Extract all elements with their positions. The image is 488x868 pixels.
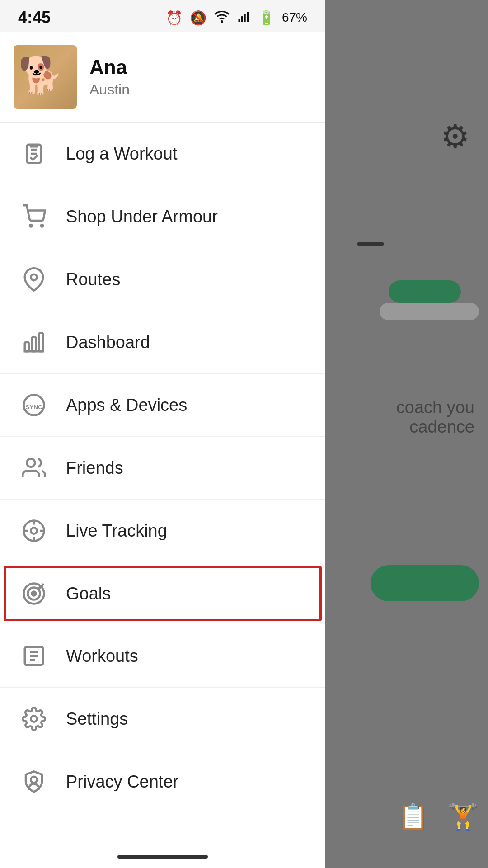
bg-dumbbell-icon: 🏋 bbox=[447, 802, 479, 832]
svg-text:SYNC: SYNC bbox=[25, 404, 42, 410]
home-bar bbox=[117, 855, 208, 859]
profile-info: Ana Austin bbox=[89, 56, 130, 98]
bg-gear-icon: ⚙ bbox=[441, 118, 470, 156]
privacy-center-label: Privacy Center bbox=[66, 772, 178, 792]
battery-icon: 🔋 bbox=[258, 10, 275, 26]
apps-devices-label: Apps & Devices bbox=[66, 396, 187, 415]
signal-icon bbox=[237, 8, 251, 28]
status-time: 4:45 bbox=[18, 8, 51, 27]
profile-name: Ana bbox=[89, 56, 130, 79]
gear-icon bbox=[18, 703, 50, 735]
friends-label: Friends bbox=[66, 458, 123, 478]
alarm-icon: ⏰ bbox=[166, 10, 183, 26]
target-icon bbox=[18, 578, 50, 609]
notification-mute-icon: 🔕 bbox=[190, 10, 206, 26]
svg-rect-4 bbox=[247, 12, 249, 22]
menu-item-live-tracking[interactable]: Live Tracking bbox=[0, 500, 325, 562]
live-track-icon bbox=[18, 515, 50, 547]
bg-bottom-icons: 📋 🏋 bbox=[398, 802, 479, 832]
svg-rect-2 bbox=[241, 16, 243, 22]
shield-person-icon bbox=[18, 766, 50, 797]
sync-icon: SYNC bbox=[18, 389, 50, 421]
bg-coach-text: coach you cadence bbox=[396, 398, 474, 437]
clipboard-edit-icon bbox=[18, 138, 50, 170]
shop-label: Shop Under Armour bbox=[66, 207, 218, 226]
svg-point-32 bbox=[31, 777, 37, 783]
goals-highlight-border bbox=[4, 566, 322, 621]
menu-item-routes[interactable]: Routes bbox=[0, 248, 325, 311]
workouts-label: Workouts bbox=[66, 646, 138, 666]
location-pin-icon bbox=[18, 264, 50, 295]
svg-point-9 bbox=[41, 225, 43, 227]
svg-point-17 bbox=[27, 459, 35, 467]
status-icons: ⏰ 🔕 🔋 bbox=[166, 8, 307, 28]
cart-icon bbox=[18, 201, 50, 232]
svg-point-0 bbox=[221, 21, 222, 22]
people-icon bbox=[18, 452, 50, 484]
svg-rect-13 bbox=[39, 333, 43, 352]
svg-rect-3 bbox=[244, 14, 246, 22]
battery-percent: 67% bbox=[282, 10, 307, 25]
home-indicator bbox=[0, 845, 325, 868]
bg-green-bar-top bbox=[389, 280, 461, 303]
bg-clipboard-icon: 📋 bbox=[398, 802, 429, 832]
svg-point-10 bbox=[31, 274, 37, 281]
svg-point-8 bbox=[30, 225, 32, 227]
svg-point-26 bbox=[32, 592, 36, 596]
routes-label: Routes bbox=[66, 270, 120, 289]
svg-rect-12 bbox=[32, 337, 36, 352]
profile-header[interactable]: Ana Austin bbox=[0, 32, 325, 123]
menu-item-dashboard[interactable]: Dashboard bbox=[0, 311, 325, 374]
menu-item-privacy-center[interactable]: Privacy Center bbox=[0, 750, 325, 813]
log-workout-label: Log a Workout bbox=[66, 144, 177, 164]
live-tracking-label: Live Tracking bbox=[66, 521, 167, 541]
svg-point-31 bbox=[31, 716, 37, 722]
bar-chart-icon bbox=[18, 326, 50, 358]
status-bar: 4:45 ⏰ 🔕 bbox=[0, 0, 325, 32]
menu-item-friends[interactable]: Friends bbox=[0, 437, 325, 500]
goals-label: Goals bbox=[66, 584, 111, 604]
bg-green-bar-bottom bbox=[371, 565, 479, 601]
menu-item-log-workout[interactable]: Log a Workout bbox=[0, 123, 325, 185]
dashboard-label: Dashboard bbox=[66, 333, 150, 352]
menu-item-apps-devices[interactable]: SYNC Apps & Devices bbox=[0, 374, 325, 437]
navigation-drawer: 4:45 ⏰ 🔕 bbox=[0, 0, 325, 868]
menu-item-workouts[interactable]: Workouts bbox=[0, 625, 325, 688]
bg-dash bbox=[357, 242, 384, 246]
menu-item-shop[interactable]: Shop Under Armour bbox=[0, 185, 325, 248]
bg-gray-bar bbox=[380, 303, 479, 320]
menu-list: Log a Workout Shop Under Armour Route bbox=[0, 123, 325, 845]
list-icon bbox=[18, 640, 50, 672]
profile-location: Austin bbox=[89, 81, 130, 98]
svg-rect-11 bbox=[25, 342, 29, 351]
menu-item-settings[interactable]: Settings bbox=[0, 688, 325, 750]
settings-label: Settings bbox=[66, 709, 128, 729]
wifi-icon bbox=[214, 8, 230, 28]
svg-point-19 bbox=[31, 528, 37, 534]
avatar bbox=[14, 45, 77, 108]
svg-rect-1 bbox=[238, 19, 240, 22]
menu-item-goals[interactable]: Goals bbox=[0, 562, 325, 625]
